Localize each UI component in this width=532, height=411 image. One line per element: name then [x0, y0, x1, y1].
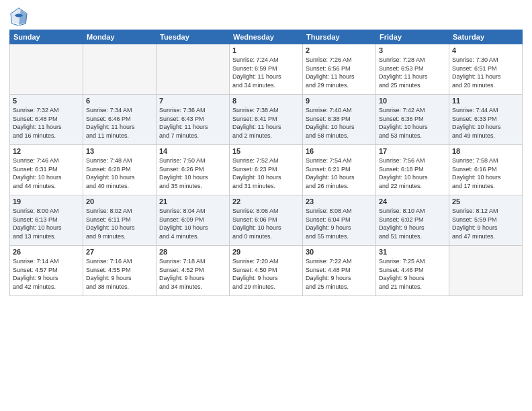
day-number: 1 [232, 46, 300, 54]
day-number: 5 [13, 97, 80, 105]
day-number: 29 [232, 248, 300, 256]
calendar-cell: 23Sunrise: 8:08 AM Sunset: 6:04 PM Dayli… [303, 195, 376, 246]
calendar-week-row: 12Sunrise: 7:46 AM Sunset: 6:31 PM Dayli… [10, 145, 523, 195]
calendar-cell: 28Sunrise: 7:18 AM Sunset: 4:52 PM Dayli… [157, 246, 230, 296]
day-info: Sunrise: 7:34 AM Sunset: 6:46 PM Dayligh… [86, 106, 153, 140]
calendar-cell: 1Sunrise: 7:24 AM Sunset: 6:59 PM Daylig… [230, 44, 303, 95]
calendar-cell: 3Sunrise: 7:28 AM Sunset: 6:53 PM Daylig… [376, 44, 449, 95]
calendar-cell: 13Sunrise: 7:48 AM Sunset: 6:28 PM Dayli… [83, 145, 157, 195]
calendar-cell: 25Sunrise: 8:12 AM Sunset: 5:59 PM Dayli… [449, 195, 523, 246]
day-info: Sunrise: 7:14 AM Sunset: 4:57 PM Dayligh… [13, 257, 80, 291]
col-header-saturday: Saturday [449, 30, 523, 44]
day-number: 17 [379, 147, 446, 155]
calendar-cell: 17Sunrise: 7:56 AM Sunset: 6:18 PM Dayli… [376, 145, 449, 195]
logo-icon [9, 7, 28, 26]
day-number: 25 [452, 197, 519, 205]
day-info: Sunrise: 7:25 AM Sunset: 4:46 PM Dayligh… [379, 257, 446, 291]
day-info: Sunrise: 7:16 AM Sunset: 4:55 PM Dayligh… [86, 257, 153, 291]
day-number: 30 [306, 248, 373, 256]
day-info: Sunrise: 8:12 AM Sunset: 5:59 PM Dayligh… [452, 207, 519, 240]
day-info: Sunrise: 7:18 AM Sunset: 4:52 PM Dayligh… [159, 257, 226, 291]
col-header-wednesday: Wednesday [230, 30, 303, 44]
day-info: Sunrise: 8:00 AM Sunset: 6:13 PM Dayligh… [13, 207, 80, 240]
calendar-cell: 14Sunrise: 7:50 AM Sunset: 6:26 PM Dayli… [157, 145, 230, 195]
day-number: 28 [159, 248, 226, 256]
calendar-page: SundayMondayTuesdayWednesdayThursdayFrid… [0, 0, 532, 411]
day-info: Sunrise: 7:48 AM Sunset: 6:28 PM Dayligh… [86, 156, 153, 190]
day-number: 20 [86, 197, 153, 205]
calendar-cell: 24Sunrise: 8:10 AM Sunset: 6:02 PM Dayli… [376, 195, 449, 246]
logo [9, 7, 31, 26]
day-info: Sunrise: 7:40 AM Sunset: 6:38 PM Dayligh… [306, 106, 373, 140]
day-number: 10 [379, 97, 446, 105]
day-info: Sunrise: 8:06 AM Sunset: 6:06 PM Dayligh… [232, 207, 300, 240]
header [9, 7, 523, 26]
day-number: 26 [13, 248, 80, 256]
calendar-cell: 9Sunrise: 7:40 AM Sunset: 6:38 PM Daylig… [303, 95, 376, 145]
day-info: Sunrise: 7:56 AM Sunset: 6:18 PM Dayligh… [379, 156, 446, 190]
day-info: Sunrise: 8:04 AM Sunset: 6:09 PM Dayligh… [159, 207, 226, 240]
day-number: 19 [13, 197, 80, 205]
day-number: 14 [159, 147, 226, 155]
calendar-week-row: 26Sunrise: 7:14 AM Sunset: 4:57 PM Dayli… [10, 246, 523, 296]
day-info: Sunrise: 8:08 AM Sunset: 6:04 PM Dayligh… [306, 207, 373, 240]
day-number: 31 [379, 248, 446, 256]
day-info: Sunrise: 7:50 AM Sunset: 6:26 PM Dayligh… [159, 156, 226, 190]
day-number: 7 [159, 97, 226, 105]
calendar-header-row: SundayMondayTuesdayWednesdayThursdayFrid… [10, 30, 523, 44]
calendar-cell: 19Sunrise: 8:00 AM Sunset: 6:13 PM Dayli… [10, 195, 83, 246]
calendar-cell [10, 44, 83, 95]
day-number: 21 [159, 197, 226, 205]
day-info: Sunrise: 7:24 AM Sunset: 6:59 PM Dayligh… [232, 56, 300, 89]
day-info: Sunrise: 7:36 AM Sunset: 6:43 PM Dayligh… [159, 106, 226, 140]
calendar-cell: 2Sunrise: 7:26 AM Sunset: 6:56 PM Daylig… [303, 44, 376, 95]
calendar-cell: 10Sunrise: 7:42 AM Sunset: 6:36 PM Dayli… [376, 95, 449, 145]
day-info: Sunrise: 7:26 AM Sunset: 6:56 PM Dayligh… [306, 56, 373, 89]
day-number: 8 [232, 97, 300, 105]
day-info: Sunrise: 7:30 AM Sunset: 6:51 PM Dayligh… [452, 56, 519, 89]
calendar-table: SundayMondayTuesdayWednesdayThursdayFrid… [9, 30, 523, 296]
day-info: Sunrise: 7:42 AM Sunset: 6:36 PM Dayligh… [379, 106, 446, 140]
day-number: 23 [306, 197, 373, 205]
day-info: Sunrise: 8:02 AM Sunset: 6:11 PM Dayligh… [86, 207, 153, 240]
day-number: 27 [86, 248, 153, 256]
calendar-cell: 16Sunrise: 7:54 AM Sunset: 6:21 PM Dayli… [303, 145, 376, 195]
calendar-cell: 15Sunrise: 7:52 AM Sunset: 6:23 PM Dayli… [230, 145, 303, 195]
day-number: 3 [379, 46, 446, 54]
calendar-cell: 5Sunrise: 7:32 AM Sunset: 6:48 PM Daylig… [10, 95, 83, 145]
col-header-sunday: Sunday [10, 30, 83, 44]
calendar-cell: 30Sunrise: 7:22 AM Sunset: 4:48 PM Dayli… [303, 246, 376, 296]
day-info: Sunrise: 7:22 AM Sunset: 4:48 PM Dayligh… [306, 257, 373, 291]
calendar-week-row: 19Sunrise: 8:00 AM Sunset: 6:13 PM Dayli… [10, 195, 523, 246]
day-info: Sunrise: 7:38 AM Sunset: 6:41 PM Dayligh… [232, 106, 300, 140]
calendar-cell: 11Sunrise: 7:44 AM Sunset: 6:33 PM Dayli… [449, 95, 523, 145]
calendar-cell: 12Sunrise: 7:46 AM Sunset: 6:31 PM Dayli… [10, 145, 83, 195]
day-info: Sunrise: 7:44 AM Sunset: 6:33 PM Dayligh… [452, 106, 519, 140]
calendar-week-row: 1Sunrise: 7:24 AM Sunset: 6:59 PM Daylig… [10, 44, 523, 95]
day-number: 6 [86, 97, 153, 105]
calendar-cell [449, 246, 523, 296]
calendar-week-row: 5Sunrise: 7:32 AM Sunset: 6:48 PM Daylig… [10, 95, 523, 145]
calendar-cell: 4Sunrise: 7:30 AM Sunset: 6:51 PM Daylig… [449, 44, 523, 95]
col-header-friday: Friday [376, 30, 449, 44]
day-number: 2 [306, 46, 373, 54]
day-number: 9 [306, 97, 373, 105]
calendar-cell: 29Sunrise: 7:20 AM Sunset: 4:50 PM Dayli… [230, 246, 303, 296]
day-number: 13 [86, 147, 153, 155]
day-info: Sunrise: 7:52 AM Sunset: 6:23 PM Dayligh… [232, 156, 300, 190]
day-number: 22 [232, 197, 300, 205]
calendar-cell: 7Sunrise: 7:36 AM Sunset: 6:43 PM Daylig… [157, 95, 230, 145]
day-info: Sunrise: 8:10 AM Sunset: 6:02 PM Dayligh… [379, 207, 446, 240]
day-number: 4 [452, 46, 519, 54]
calendar-cell: 18Sunrise: 7:58 AM Sunset: 6:16 PM Dayli… [449, 145, 523, 195]
day-number: 16 [306, 147, 373, 155]
calendar-cell [83, 44, 157, 95]
day-info: Sunrise: 7:28 AM Sunset: 6:53 PM Dayligh… [379, 56, 446, 89]
day-info: Sunrise: 7:54 AM Sunset: 6:21 PM Dayligh… [306, 156, 373, 190]
col-header-monday: Monday [83, 30, 157, 44]
calendar-cell: 26Sunrise: 7:14 AM Sunset: 4:57 PM Dayli… [10, 246, 83, 296]
calendar-cell: 8Sunrise: 7:38 AM Sunset: 6:41 PM Daylig… [230, 95, 303, 145]
day-info: Sunrise: 7:20 AM Sunset: 4:50 PM Dayligh… [232, 257, 300, 291]
calendar-cell: 22Sunrise: 8:06 AM Sunset: 6:06 PM Dayli… [230, 195, 303, 246]
col-header-tuesday: Tuesday [157, 30, 230, 44]
